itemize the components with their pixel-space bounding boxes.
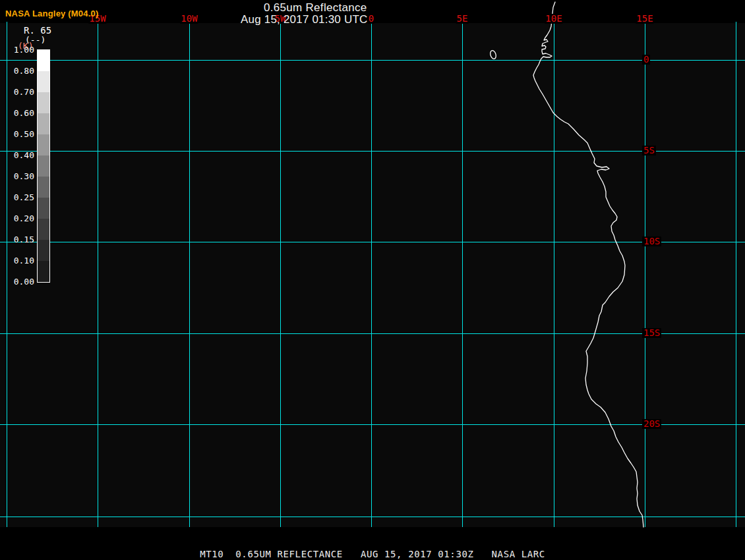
colorbar-tick-label: 0.80 — [0, 66, 34, 76]
latitude-label: 10S — [642, 237, 661, 246]
colorbar-segment — [38, 134, 49, 155]
colorbar-tick-label: 1.00 — [0, 45, 34, 55]
colorbar-segment — [38, 198, 49, 219]
longitude-label: 5E — [456, 14, 469, 24]
colorbar-segment — [38, 92, 49, 113]
colorbar-segment — [38, 177, 49, 198]
colorbar-segment — [38, 261, 49, 282]
colorbar-tick-label: 0.50 — [0, 129, 34, 140]
colorbar-tick-label: 0.00 — [0, 277, 34, 287]
colorbar-tick-label: 0.40 — [0, 150, 34, 161]
footer-caption: MT10 0.65UM REFLECTANCE AUG 15, 2017 01:… — [200, 549, 545, 559]
longitude-label: 0 — [368, 14, 374, 24]
latitude-label: 5S — [642, 146, 656, 155]
colorbar-tick-label: 0.25 — [0, 192, 34, 203]
colorbar-segment — [38, 219, 49, 240]
map-image-area — [0, 23, 745, 527]
colorbar — [37, 49, 50, 283]
latitude-label: 15S — [642, 328, 661, 338]
colorbar-tick-label: 0.20 — [0, 213, 34, 224]
longitude-label: 10E — [545, 14, 562, 24]
colorbar-segment — [38, 155, 49, 177]
latitude-label: 0 — [642, 55, 650, 65]
colorbar-segment — [38, 50, 49, 71]
credit-label: NASA Langley (M04.0) — [5, 9, 99, 18]
colorbar-tick-label: 0.60 — [0, 108, 34, 119]
colorbar-title: R. 65 — [24, 26, 51, 36]
colorbar-tick-label: 0.70 — [0, 87, 34, 98]
longitude-label: 10W — [180, 14, 198, 24]
page-title: 0.65um Reflectance — [264, 1, 367, 14]
longitude-label: 15E — [636, 14, 653, 24]
colorbar-tick-label: 0.15 — [0, 235, 34, 245]
colorbar-tick-label: 0.10 — [0, 256, 34, 266]
latitude-label: 20S — [642, 419, 661, 429]
colorbar-tick-label: 0.30 — [0, 171, 34, 182]
timestamp-label: Aug 15, 2017 01:30 UTC — [241, 13, 367, 26]
colorbar-segment — [38, 71, 49, 92]
colorbar-segment — [38, 113, 49, 134]
satellite-reflectance-view: 15W10W5W05E10E15E 05S10S15S20S NASA Lang… — [0, 0, 745, 560]
colorbar-segment — [38, 240, 49, 261]
map-graticule-canvas — [0, 0, 745, 560]
